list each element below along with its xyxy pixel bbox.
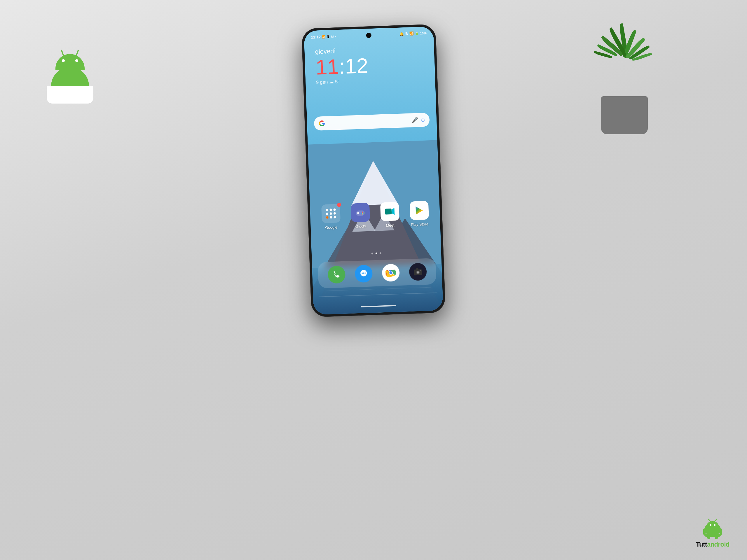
dock-camera[interactable] xyxy=(409,263,427,281)
svg-point-30 xyxy=(714,524,716,526)
tuttandroid-logo: Tuttandroid xyxy=(696,516,729,548)
meet-label: Meet xyxy=(386,223,394,228)
camera-icon xyxy=(413,267,422,276)
google-g-icon xyxy=(319,120,325,127)
page-dot-1 xyxy=(371,252,373,254)
playstore-label: Play Store xyxy=(411,222,428,227)
mic-icon[interactable]: 🎤 xyxy=(412,117,418,124)
logo-text: Tuttandroid xyxy=(696,541,729,548)
dock-chrome[interactable] xyxy=(382,264,400,282)
chrome-icon xyxy=(385,267,396,278)
svg-line-32 xyxy=(715,519,717,522)
svg-point-28 xyxy=(707,521,718,530)
svg-rect-2 xyxy=(357,212,358,214)
dock xyxy=(318,258,437,289)
apps-row: Google Gi xyxy=(310,201,440,230)
svg-rect-35 xyxy=(704,534,721,537)
svg-point-29 xyxy=(710,524,712,526)
alarm-icon: 🔔 xyxy=(399,32,404,36)
clock-hour: 11 xyxy=(315,55,339,79)
logo-android-icon xyxy=(701,516,724,540)
signal-icon: 📶 xyxy=(322,35,325,38)
battery-percentage: 13% xyxy=(420,31,426,35)
phone-screen: 11:12 📶 📳 M · 🔔 𝗕 📶 🔋 13% gioved xyxy=(304,27,443,315)
messages-icon xyxy=(359,269,368,278)
plant-decoration xyxy=(584,18,665,134)
games-icon xyxy=(354,207,366,218)
app-giochi[interactable]: Giochi xyxy=(347,203,374,229)
android-figure xyxy=(38,23,102,99)
svg-rect-8 xyxy=(385,209,392,215)
gmail-icon: M xyxy=(331,35,334,38)
google-apps-grid xyxy=(322,205,340,222)
wifi-icon: 📶 xyxy=(409,31,413,36)
voicemail-icon: 📳 xyxy=(327,35,330,38)
bluetooth-icon: 𝗕 xyxy=(405,32,408,36)
giochi-label: Giochi xyxy=(355,224,366,229)
dock-messages[interactable] xyxy=(355,265,372,283)
svg-rect-37 xyxy=(715,535,718,539)
page-dot-3 xyxy=(380,252,381,254)
svg-line-31 xyxy=(709,519,711,522)
battery-icon: 🔋 xyxy=(415,32,418,35)
status-time: 11:12 📶 📳 M · xyxy=(311,34,336,39)
status-icons: 🔔 𝗕 📶 🔋 13% xyxy=(399,31,426,36)
phone-icon xyxy=(332,270,341,279)
app-google[interactable]: Google xyxy=(317,204,344,230)
svg-rect-25 xyxy=(416,268,418,270)
phone-body: 11:12 📶 📳 M · 🔔 𝗕 📶 🔋 13% gioved xyxy=(302,24,445,317)
clock-minute: 12 xyxy=(344,54,368,78)
dot-icon: · xyxy=(335,34,336,38)
svg-rect-36 xyxy=(707,535,710,539)
playstore-icon xyxy=(413,204,426,217)
app-playstore[interactable]: Play Store xyxy=(406,201,433,227)
app-meet[interactable]: Meet xyxy=(376,202,403,228)
clock-time: 11:12 xyxy=(315,55,368,78)
dock-phone[interactable] xyxy=(327,266,345,284)
notification-dot xyxy=(337,203,341,207)
page-dot-2 xyxy=(376,252,377,254)
lens-icon[interactable]: ⊙ xyxy=(421,117,425,123)
time-display: 11:12 xyxy=(311,35,321,39)
meet-icon xyxy=(383,205,396,218)
google-label: Google xyxy=(325,225,337,230)
page-dots xyxy=(371,252,381,254)
clock-widget: giovedì 11:12 9 gen ☁ 5° xyxy=(315,46,369,85)
phone: 11:12 📶 📳 M · 🔔 𝗕 📶 🔋 13% gioved xyxy=(302,24,445,317)
